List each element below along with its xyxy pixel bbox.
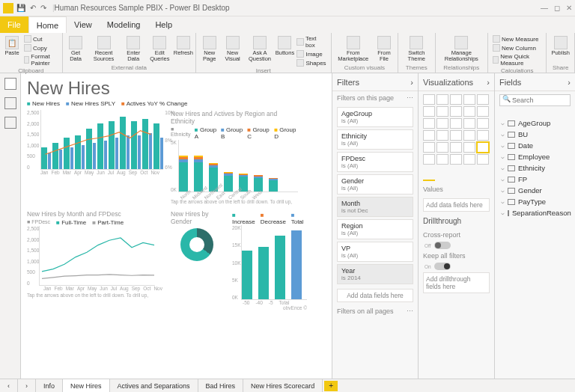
refresh-button[interactable]: Refresh	[174, 34, 192, 58]
field-table[interactable]: ⌵Date	[495, 140, 575, 151]
chevron-right-icon[interactable]: ›	[568, 78, 571, 87]
filter-card[interactable]: Ethnicityis (All)	[337, 129, 413, 150]
more-icon[interactable]: ⋯	[407, 307, 413, 315]
close-icon[interactable]: ✕	[566, 4, 572, 12]
viz-type-icon[interactable]	[477, 130, 489, 141]
chart-waterfall[interactable]: Increase Decrease Total 20K15K10K5K0K -5…	[232, 210, 307, 310]
viz-type-icon[interactable]	[477, 94, 489, 105]
drillthrough-well[interactable]: Add drillthrough fields here	[423, 272, 490, 293]
field-table[interactable]: ⌵FP	[495, 174, 575, 185]
viz-type-icon[interactable]	[463, 142, 475, 153]
minimize-icon[interactable]: —	[541, 4, 548, 12]
nav-next[interactable]: ›	[18, 379, 36, 392]
field-table[interactable]: ⌵Ethnicity	[495, 162, 575, 174]
field-table[interactable]: ⌵PayType	[495, 196, 575, 207]
viz-type-icon[interactable]	[477, 118, 489, 129]
tab-help[interactable]: Help	[147, 16, 180, 33]
fields-tab-icon[interactable]	[423, 169, 435, 181]
viz-header[interactable]: Visualizations›	[419, 73, 494, 91]
fields-header[interactable]: Fields›	[495, 73, 575, 91]
cut-button[interactable]: Cut	[22, 34, 59, 43]
ask-question-button[interactable]: Ask A Question	[245, 34, 274, 63]
viz-type-icon[interactable]	[463, 154, 475, 165]
filter-card[interactable]: VPis (All)	[337, 242, 413, 262]
textbox-button[interactable]: Text box	[295, 34, 327, 49]
tab-new-hires[interactable]: New Hires	[63, 379, 110, 392]
qat-undo-icon[interactable]: ↶	[30, 4, 36, 12]
chart-month-fpdesc[interactable]: New Hires by Month and FPDesc FPDesc Ful…	[27, 210, 162, 310]
manage-relationships-button[interactable]: Manage Relationships	[439, 34, 485, 63]
tab-info[interactable]: Info	[36, 379, 63, 392]
chevron-right-icon[interactable]: ›	[410, 78, 413, 87]
chart-gender-pie[interactable]: New Hires by Gender	[171, 210, 223, 310]
edit-queries-button[interactable]: Edit Queries	[147, 34, 173, 63]
viz-type-icon[interactable]	[450, 106, 462, 117]
viz-type-icon[interactable]	[423, 130, 435, 141]
filter-card[interactable]: Yearis 2014	[337, 264, 413, 284]
marketplace-button[interactable]: From Marketplace	[335, 34, 372, 63]
field-table[interactable]: ⌵Gender	[495, 185, 575, 196]
model-view-icon[interactable]	[4, 117, 16, 129]
viz-type-icon[interactable]	[450, 142, 462, 153]
shapes-button[interactable]: Shapes	[295, 58, 327, 67]
filters-header[interactable]: Filters›	[332, 73, 418, 91]
viz-type-icon[interactable]	[450, 154, 462, 165]
viz-type-icon[interactable]	[436, 106, 448, 117]
filter-card[interactable]: AgeGroupis (All)	[337, 107, 413, 127]
viz-type-icon[interactable]	[463, 106, 475, 117]
viz-type-icon[interactable]	[450, 118, 462, 129]
viz-type-icon[interactable]	[436, 142, 448, 153]
viz-type-icon[interactable]	[463, 118, 475, 129]
new-column-button[interactable]: New Column	[491, 43, 543, 52]
paste-button[interactable]: 📋Paste	[3, 34, 21, 58]
viz-type-icon[interactable]	[450, 130, 462, 141]
data-view-icon[interactable]	[4, 97, 16, 109]
enter-data-button[interactable]: Enter Data	[122, 34, 145, 63]
tab-modeling[interactable]: Modeling	[100, 16, 148, 33]
viz-type-icon[interactable]	[423, 142, 435, 153]
copy-button[interactable]: Copy	[22, 43, 59, 52]
tab-scorecard[interactable]: New Hires Scorecard	[243, 379, 323, 392]
image-button[interactable]: Image	[295, 49, 327, 58]
viz-type-icon[interactable]	[423, 106, 435, 117]
viz-type-icon[interactable]	[423, 118, 435, 129]
report-canvas[interactable]: New Hires New Hires New Hires SPLY Activ…	[21, 73, 332, 379]
format-painter-button[interactable]: Format Painter	[22, 52, 59, 67]
viz-type-icon[interactable]	[477, 154, 489, 165]
tab-bad-hires[interactable]: Bad Hires	[198, 379, 244, 392]
cross-report-toggle[interactable]	[434, 242, 451, 249]
viz-type-icon[interactable]	[423, 154, 435, 165]
get-data-button[interactable]: Get Data	[66, 34, 86, 63]
viz-type-icon[interactable]	[450, 94, 462, 105]
new-measure-button[interactable]: New Measure	[491, 34, 543, 43]
report-view-icon[interactable]	[4, 78, 16, 90]
viz-type-icon[interactable]	[477, 106, 489, 117]
tab-view[interactable]: View	[67, 16, 100, 33]
new-visual-button[interactable]: New Visual	[222, 34, 244, 63]
viz-type-icon[interactable]	[463, 130, 475, 141]
filter-card[interactable]: FPDescis (All)	[337, 152, 413, 172]
tab-file[interactable]: File	[0, 16, 28, 33]
viz-type-icon[interactable]	[423, 94, 435, 105]
switch-theme-button[interactable]: Switch Theme	[401, 34, 431, 63]
chart-region-ethnicity[interactable]: New Hires and Actives by Region and Ethn…	[171, 110, 298, 204]
viz-type-icon[interactable]	[436, 130, 448, 141]
format-tab-icon[interactable]	[438, 169, 450, 181]
recent-sources-button[interactable]: Recent Sources	[87, 34, 120, 63]
qat-save-icon[interactable]: 💾	[16, 4, 25, 12]
buttons-button[interactable]: Buttons	[276, 34, 293, 58]
field-table[interactable]: ⌵BU	[495, 129, 575, 140]
filter-card[interactable]: Monthis not Dec	[337, 197, 413, 217]
nav-prev[interactable]: ‹	[0, 379, 18, 392]
new-quick-measure-button[interactable]: New Quick Measure	[491, 52, 543, 67]
viz-type-icon[interactable]	[477, 142, 489, 153]
new-page-button[interactable]: New Page	[199, 34, 220, 63]
field-table[interactable]: ⌵AgeGroup	[495, 117, 575, 129]
tab-home[interactable]: Home	[28, 16, 67, 33]
keep-filters-toggle[interactable]	[434, 263, 451, 270]
tab-actives[interactable]: Actives and Separations	[110, 379, 198, 392]
viz-type-icon[interactable]	[463, 94, 475, 105]
chevron-right-icon[interactable]: ›	[487, 78, 490, 87]
add-page-button[interactable]: +	[324, 381, 338, 391]
from-file-button[interactable]: From File	[374, 34, 395, 63]
